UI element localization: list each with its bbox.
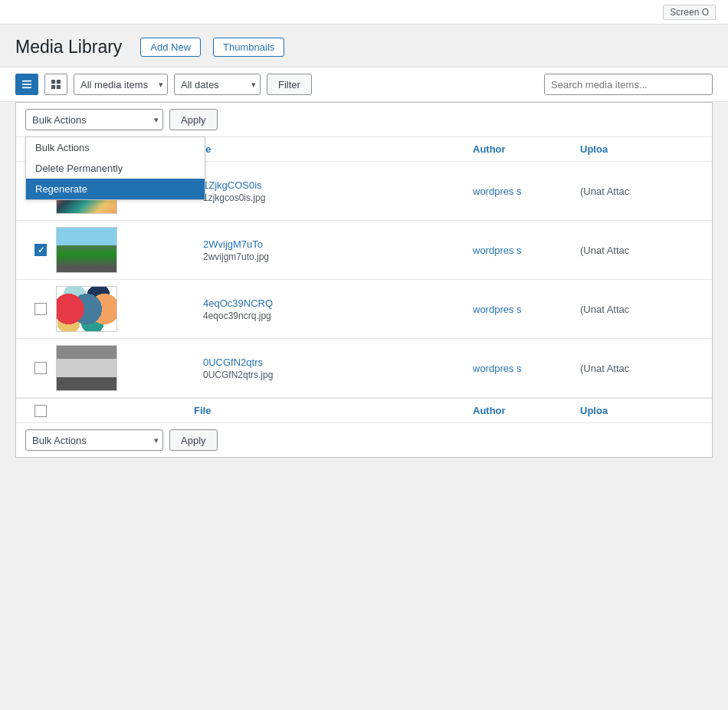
bottom-bulk-row: Bulk Actions Delete Permanently Regenera…: [16, 422, 712, 457]
svg-rect-3: [51, 80, 55, 84]
top-bar: Screen O: [0, 0, 728, 25]
media-type-filter[interactable]: All media items Images Audio Video: [74, 74, 168, 95]
file-filename-1: 1zjkgcos0is.jpg: [203, 192, 473, 203]
main-content: Bulk Actions Delete Permanently Regenera…: [15, 102, 713, 458]
col-header-file[interactable]: File: [194, 140, 473, 158]
screen-options-button[interactable]: Screen O: [663, 5, 716, 20]
grid-view-button[interactable]: [44, 74, 67, 95]
dropdown-item-delete[interactable]: Delete Permanently: [26, 158, 205, 179]
file-name-link-4[interactable]: 0UCGfN2qtrs: [203, 357, 263, 368]
row-checkbox-cell-3: [25, 303, 56, 315]
svg-rect-6: [57, 85, 61, 89]
search-input[interactable]: [544, 74, 713, 95]
page-header: Media Library Add New Thumbnails: [0, 25, 728, 67]
thumbnails-button[interactable]: Thumbnails: [213, 38, 284, 57]
bulk-actions-select-bottom[interactable]: Bulk Actions Delete Permanently Regenera…: [25, 429, 163, 451]
file-filename-2: 2wvijgm7uto.jpg: [203, 251, 473, 262]
file-info-1: 1ZjkgCOS0is 1zjkgcos0is.jpg: [194, 179, 473, 203]
bottom-col-header-file[interactable]: File: [194, 402, 473, 419]
svg-rect-2: [22, 87, 31, 88]
apply-button-bottom[interactable]: Apply: [169, 429, 218, 451]
apply-button-top[interactable]: Apply: [169, 109, 218, 130]
toolbar: All media items Images Audio Video All d…: [0, 67, 728, 102]
media-type-filter-wrap: All media items Images Audio Video: [74, 74, 168, 95]
file-info-3: 4eqOc39NCRQ 4eqoc39ncrq.jpg: [194, 297, 473, 321]
row-checkbox-2[interactable]: [34, 244, 47, 256]
row-checkbox-cell-2: [25, 244, 56, 256]
list-view-icon: [22, 79, 31, 90]
author-cell-2: wordpres s: [473, 245, 580, 256]
list-view-button[interactable]: [15, 74, 38, 95]
page-title: Media Library: [15, 37, 122, 58]
author-cell-4: wordpres s: [473, 363, 580, 374]
bottom-select-all-checkbox[interactable]: [34, 405, 47, 417]
col-header-author[interactable]: Author: [473, 140, 580, 158]
bottom-select-all-cell: [25, 402, 56, 419]
bulk-actions-select-top[interactable]: Bulk Actions Delete Permanently Regenera…: [25, 109, 163, 130]
bottom-bulk-actions-select-wrap: Bulk Actions Delete Permanently Regenera…: [25, 429, 163, 451]
thumb-cell-2: [56, 227, 194, 273]
row-checkbox-3[interactable]: [34, 303, 47, 315]
dropdown-item-bulk-actions[interactable]: Bulk Actions: [26, 137, 205, 158]
file-filename-4: 0UCGfN2qtrs.jpg: [203, 370, 473, 380]
thumbnail-3: [56, 286, 117, 332]
bottom-col-header-upload[interactable]: Uploa: [580, 402, 703, 419]
grid-view-icon: [51, 79, 61, 90]
thumb-cell-3: [56, 286, 194, 332]
file-name-link-2[interactable]: 2WvijgM7uTo: [203, 238, 263, 250]
thumb-cell-4: [56, 345, 194, 391]
filter-button[interactable]: Filter: [267, 74, 312, 95]
dropdown-item-regenerate[interactable]: Regenerate: [26, 179, 205, 199]
bottom-col-header-thumb: [56, 402, 194, 419]
svg-rect-1: [22, 84, 31, 85]
table-row: 4eqOc39NCRQ 4eqoc39ncrq.jpg wordpres s (…: [16, 280, 712, 339]
thumbnail-4: [56, 345, 117, 391]
bulk-actions-dropdown: Bulk Actions Delete Permanently Regenera…: [25, 136, 205, 200]
add-new-button[interactable]: Add New: [140, 38, 201, 57]
top-bulk-row: Bulk Actions Delete Permanently Regenera…: [16, 103, 712, 137]
row-checkbox-cell-4: [25, 362, 56, 374]
file-filename-3: 4eqoc39ncrq.jpg: [203, 311, 473, 321]
table-row: 2WvijgM7uTo 2wvijgm7uto.jpg wordpres s (…: [16, 221, 712, 280]
date-filter-wrap: All dates January 2024: [174, 74, 261, 95]
svg-rect-5: [51, 85, 55, 89]
file-info-4: 0UCGfN2qtrs 0UCGfN2qtrs.jpg: [194, 357, 473, 380]
svg-rect-4: [57, 80, 61, 84]
file-info-2: 2WvijgM7uTo 2wvijgm7uto.jpg: [194, 238, 473, 262]
bulk-actions-select-wrap: Bulk Actions Delete Permanently Regenera…: [25, 109, 163, 130]
file-name-link-3[interactable]: 4eqOc39NCRQ: [203, 297, 273, 309]
svg-rect-0: [22, 81, 31, 82]
bottom-col-header-author[interactable]: Author: [473, 402, 580, 419]
row-checkbox-4[interactable]: [34, 362, 47, 374]
author-cell-3: wordpres s: [473, 304, 580, 315]
col-header-upload[interactable]: Uploa: [580, 140, 703, 158]
bottom-column-headers: File Author Uploa: [16, 398, 712, 422]
upload-cell-2: (Unat Attac: [580, 245, 703, 256]
file-name-link-1[interactable]: 1ZjkgCOS0is: [203, 179, 262, 191]
date-filter[interactable]: All dates January 2024: [174, 74, 261, 95]
thumbnail-2: [56, 227, 117, 273]
upload-cell-3: (Unat Attac: [580, 304, 703, 315]
author-cell-1: wordpres s: [473, 186, 580, 197]
table-row: 0UCGfN2qtrs 0UCGfN2qtrs.jpg wordpres s (…: [16, 339, 712, 398]
upload-cell-1: (Unat Attac: [580, 186, 703, 197]
upload-cell-4: (Unat Attac: [580, 363, 703, 374]
